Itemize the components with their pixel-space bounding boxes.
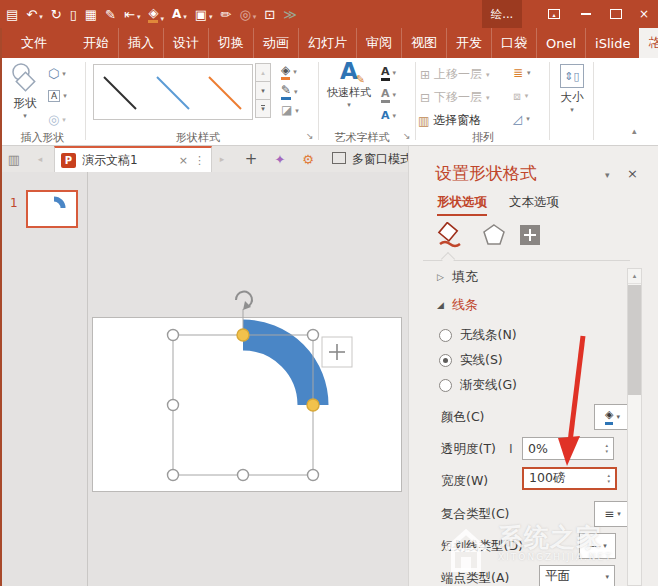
radio-no-line[interactable]: 无线条(N) [439,327,517,344]
radio-circle[interactable] [439,329,452,342]
quick-styles-button[interactable]: A✎ 快速样式 ▾ [324,60,374,109]
contextual-tab-drawing-tools[interactable]: 绘... [482,0,522,28]
tab-scroll-right-icon[interactable]: ▸ [214,146,230,172]
new-tab-icon[interactable]: + [240,146,262,172]
indent-icon[interactable]: ⇤▾ [124,8,140,21]
panel-close-icon[interactable]: × [627,166,638,181]
transparency-input[interactable]: 0% ▴▾ [522,437,614,460]
collapse-ribbon-icon[interactable]: ▴ [632,126,637,136]
tab-islide[interactable]: iSlide [585,28,639,58]
shape-effects-button[interactable]: ◪▾ [281,104,299,117]
shape-styles-dialog-launcher-icon[interactable]: ↘ [306,131,314,141]
tab-home[interactable]: 开始 [74,28,118,58]
panel-tab-text-options[interactable]: 文本选项 [509,194,559,211]
gallery-more-button[interactable]: ▾ [255,99,271,118]
multi-window-mode-button[interactable]: 多窗口模式 [328,146,418,172]
tab-scroll-left-icon[interactable]: ◂ [32,146,48,172]
center-object-icon[interactable]: ⊡ [264,8,275,21]
group-objects-button[interactable]: ⧈▾ [513,89,528,103]
tab-insert[interactable]: 插入 [118,28,163,58]
redo-icon[interactable]: ↻ [51,8,62,21]
fill-color-dropdown-icon[interactable]: ▾ [160,16,164,23]
adjustment-handle-end[interactable] [307,399,319,411]
width-input[interactable]: 100磅 ▴▾ [522,467,617,490]
minimize-button[interactable] [572,0,600,28]
undo-dropdown-icon[interactable]: ▾ [39,14,43,21]
slide-selection-overlay[interactable] [85,278,415,506]
send-backward-button[interactable]: ⊟下移一层▾ [420,89,490,106]
tab-review[interactable]: 审阅 [356,28,401,58]
size-properties-icon[interactable] [517,222,543,248]
wordart-dialog-launcher-icon[interactable]: ↘ [403,131,411,141]
tab-transitions[interactable]: 切换 [208,28,253,58]
ribbon-display-options-button[interactable]: ▴ [540,0,568,28]
tab-slideshow[interactable]: 幻灯片 [298,28,356,58]
compound-type-button[interactable]: ≡ ▾ [594,501,631,527]
session-manager-icon[interactable]: ▥ [2,146,26,172]
undo-icon[interactable]: ↶▾ [26,8,42,21]
settings-gear-icon[interactable]: ⚙ [296,146,320,172]
rotation-handle-icon[interactable] [236,292,252,307]
paste-dropdown-icon[interactable]: ▾ [209,14,213,21]
merge-shapes-button[interactable]: ◎▾ [48,112,66,127]
document-tab-close-icon[interactable]: × [179,154,188,167]
shapes-gallery-button[interactable]: 形状 ▾ [6,62,44,120]
shape-fill-button[interactable]: ◈▾ [281,64,297,80]
width-spinner[interactable]: ▴▾ [607,473,610,484]
radio-gradient-line[interactable]: 渐变线(G) [439,377,517,394]
tab-onekey[interactable]: Onel [536,28,585,58]
text-fill-button[interactable]: A▾ [381,65,396,81]
radio-solid-line[interactable]: 实线(S) [439,352,503,369]
slide-thumbnail[interactable] [26,190,78,228]
document-tab-active[interactable]: P 演示文稿1 × ⋮ [54,146,212,172]
arc-shape[interactable] [243,335,313,405]
transparency-slider[interactable]: I [509,441,513,456]
new-file-icon[interactable]: ▯ [70,8,77,21]
fill-section-header[interactable]: ▷ 填充 [437,268,478,286]
resize-handle-nw[interactable] [168,330,179,341]
fill-and-line-icon[interactable] [437,222,463,248]
scrollbar-up-icon[interactable]: ▴ [628,269,641,284]
tab-format[interactable]: 格式 [639,28,658,58]
resize-handle-w[interactable] [168,400,179,411]
insert-placeholder-button[interactable] [322,337,352,367]
scrollbar-thumb[interactable] [628,285,641,395]
more-commands-icon[interactable]: ≫ [283,8,297,21]
line-section-header[interactable]: ◢ 线条 [437,296,478,314]
edit-shape-button[interactable]: ⬡▾ [48,66,66,81]
panel-options-dropdown-icon[interactable]: ▾ [605,170,610,180]
cap-type-select[interactable]: 平面 ▾ [539,565,615,586]
tab-design[interactable]: 设计 [163,28,208,58]
format-painter-icon[interactable]: ✏ [221,8,232,21]
line-style-preset-black[interactable] [94,65,147,119]
text-outline-button[interactable]: A▾ [381,87,396,103]
fill-color-icon[interactable]: ◈▾ [148,6,164,23]
radio-circle[interactable] [439,379,452,392]
indent-dropdown-icon[interactable]: ▾ [137,14,141,21]
font-color-dropdown-icon[interactable]: ▾ [183,14,187,21]
tab-developer[interactable]: 开发 [446,28,491,58]
line-style-preset-blue[interactable] [147,65,200,119]
resize-handle-s[interactable] [238,470,249,481]
gallery-scroll-up-button[interactable]: ▴ [255,63,271,82]
slide-workspace[interactable] [89,172,408,586]
magic-wand-icon[interactable]: ✦ [268,146,292,172]
tab-pocket[interactable]: 口袋 [491,28,536,58]
eyedropper-icon[interactable]: ✎ [105,8,116,21]
restore-button[interactable] [602,0,630,28]
shape-styles-gallery[interactable] [93,64,253,120]
bring-forward-button[interactable]: ⊞上移一层▾ [420,66,490,83]
effects-pentagon-icon[interactable] [481,222,507,248]
tab-view[interactable]: 视图 [401,28,446,58]
adjustment-handle-start[interactable] [237,329,249,341]
font-color-icon[interactable]: A▾ [172,8,187,21]
gallery-scroll-down-button[interactable]: ▾ [255,81,271,100]
shape-outline-button[interactable]: ✎▾ [281,84,298,100]
resize-handle-sw[interactable] [168,470,179,481]
text-effects-button[interactable]: A▾ [381,109,396,122]
text-box-button[interactable]: A▾ [48,90,67,102]
tab-file[interactable]: 文件 [8,28,60,58]
line-style-preset-orange[interactable] [199,65,252,119]
line-color-button[interactable]: ◈ ▾ [594,404,631,430]
close-button[interactable]: × [630,0,658,28]
